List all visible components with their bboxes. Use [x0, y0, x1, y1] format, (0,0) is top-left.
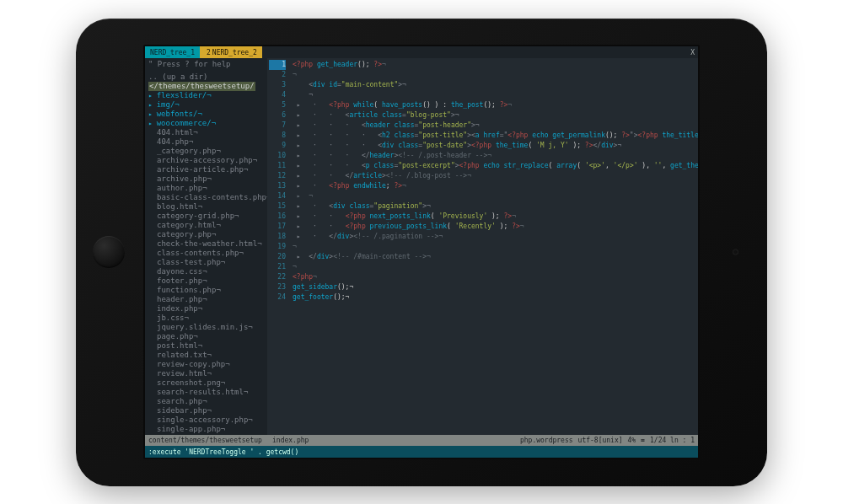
nerdtree-file[interactable]: _category.php¬: [148, 147, 265, 156]
nerdtree-file[interactable]: dayone.css¬: [148, 267, 265, 276]
code-line[interactable]: ▸ · · <?php previous_posts_link( 'Recent…: [293, 222, 695, 232]
nerdtree-root-label: </themes/thesweetsetup/: [148, 82, 255, 91]
nerdtree-file[interactable]: footer.php¬: [148, 276, 265, 286]
line-number: 6: [269, 110, 286, 121]
tab-label: NERD_tree_2: [212, 49, 257, 56]
status-nerdtree: content/themes/thesweetsetup: [145, 435, 269, 446]
line-number: 22: [269, 272, 286, 282]
command-line[interactable]: :execute 'NERDTreeToggle ' . getcwd(): [145, 446, 698, 458]
code-line[interactable]: ▸ · · <?php next_posts_link( 'Previously…: [293, 212, 695, 222]
code-line[interactable]: ¬: [293, 242, 695, 252]
code-line[interactable]: ▸ · <?php while( have_posts() ) : the_po…: [293, 100, 695, 110]
nerdtree-dir[interactable]: webfonts/¬: [148, 110, 265, 119]
status-pos: 1/24 ln : 1: [650, 437, 695, 444]
nerdtree-file[interactable]: jquery.slides.min.js¬: [148, 323, 265, 332]
line-number: 12: [269, 171, 286, 181]
nerdtree-file[interactable]: archive-accessory.php¬: [148, 156, 265, 165]
terminal-screen: NERD_tree_1 2 NERD_tree_2 X " Press ? fo…: [143, 45, 700, 459]
nerdtree-file[interactable]: check-the-weather.html¬: [148, 239, 265, 249]
status-percent: 4%: [628, 437, 636, 444]
nerdtree-file[interactable]: index.php¬: [148, 304, 265, 314]
nerdtree-file[interactable]: sidebar.php¬: [148, 406, 265, 416]
code-line[interactable]: ▸ · · · · <div class="post-date"><?php t…: [293, 141, 695, 151]
code-line[interactable]: get_footer();¬: [293, 292, 695, 303]
nerdtree-updir[interactable]: .. (up a dir): [148, 72, 265, 82]
home-button[interactable]: [93, 236, 125, 268]
nerdtree-file[interactable]: single-accessory.php¬: [148, 416, 265, 425]
camera: [733, 249, 738, 255]
status-file: index.php: [272, 437, 309, 444]
line-number: 15: [269, 201, 286, 212]
tab-nerdtree-1[interactable]: NERD_tree_1: [145, 46, 200, 58]
line-number: 20: [269, 252, 286, 262]
nerdtree-file[interactable]: search-results.html¬: [148, 388, 265, 397]
nerdtree-file[interactable]: basic-class-contents.php¬: [148, 193, 265, 202]
line-number: 3: [269, 80, 286, 90]
nerdtree-file[interactable]: jb.css¬: [148, 314, 265, 323]
code-line[interactable]: ▸ · · · <header class="post-header">¬: [293, 121, 695, 131]
code-line[interactable]: ¬: [293, 90, 695, 100]
nerdtree-dir[interactable]: img/¬: [148, 100, 265, 110]
nerdtree-file[interactable]: functions.php¬: [148, 286, 265, 295]
nerdtree-file[interactable]: review-copy.php¬: [148, 360, 265, 369]
code-line[interactable]: <?php get_header(); ?>¬: [293, 60, 695, 70]
line-number: 21: [269, 262, 286, 272]
code-line[interactable]: ▸ </div><!-- /#main-content -->¬: [293, 252, 695, 262]
status-main: index.php php.wordpress utf-8[unix] 4% ≡…: [269, 435, 698, 446]
code-line[interactable]: ▸ · · · <p class="post-excerpt"><?php ec…: [293, 161, 695, 171]
line-number: 1: [269, 60, 286, 70]
code-line[interactable]: ▸ · <div class="pagination">¬: [293, 201, 695, 212]
nerdtree-file[interactable]: archive.php¬: [148, 174, 265, 184]
code-line[interactable]: <?php¬: [293, 272, 695, 282]
nerdtree-file[interactable]: category.html¬: [148, 221, 265, 230]
split-panes: " Press ? for help .. (up a dir) </theme…: [145, 58, 698, 435]
line-number: 8: [269, 131, 286, 141]
code-line[interactable]: ▸ · · <article class="blog-post">¬: [293, 110, 695, 121]
nerdtree-file[interactable]: related.txt¬: [148, 351, 265, 360]
nerdtree-help: " Press ? for help: [148, 60, 265, 69]
code-line[interactable]: get_sidebar();¬: [293, 282, 695, 292]
code-area[interactable]: <?php get_header(); ?>¬¬ <div id="main-c…: [289, 58, 698, 435]
close-icon[interactable]: X: [690, 46, 695, 58]
tab-nerdtree-2[interactable]: 2 NERD_tree_2: [200, 46, 262, 58]
code-line[interactable]: ▸ · <?php endwhile; ?>¬: [293, 181, 695, 191]
nerdtree-file[interactable]: search.php¬: [148, 397, 265, 406]
status-left-path: content/themes/thesweetsetup: [148, 437, 262, 444]
code-line[interactable]: ▸ ¬: [293, 191, 695, 201]
status-row: content/themes/thesweetsetup index.php p…: [145, 435, 698, 446]
code-line[interactable]: ▸ · · </article><!-- /.blog-post -->¬: [293, 171, 695, 181]
command-text: :execute 'NERDTreeToggle ' . getcwd(): [148, 448, 298, 456]
code-line[interactable]: ¬: [293, 70, 695, 80]
nerdtree-file[interactable]: class-test.php¬: [148, 258, 265, 267]
nerdtree-file[interactable]: single-app.php¬: [148, 425, 265, 434]
nerdtree-file[interactable]: category-grid.php¬: [148, 212, 265, 221]
line-number: 7: [269, 121, 286, 131]
editor-pane[interactable]: 123456789101112131415161718192021222324 …: [267, 58, 698, 435]
code-line[interactable]: ▸ · </div><!-- /.pagination -->¬: [293, 232, 695, 242]
nerdtree-panel[interactable]: " Press ? for help .. (up a dir) </theme…: [145, 58, 267, 435]
nerdtree-file[interactable]: class-contents.php¬: [148, 249, 265, 258]
nerdtree-file[interactable]: page.php¬: [148, 332, 265, 341]
line-number: 11: [269, 161, 286, 171]
nerdtree-dir[interactable]: flexslider/¬: [148, 91, 265, 100]
nerdtree-file[interactable]: screenshot.png¬: [148, 378, 265, 388]
nerdtree-file[interactable]: post.html¬: [148, 341, 265, 351]
nerdtree-file[interactable]: 404.php¬: [148, 137, 265, 147]
nerdtree-root[interactable]: </themes/thesweetsetup/: [148, 82, 265, 91]
tab-num: 2: [205, 49, 212, 56]
code-line[interactable]: <div id="main-content">¬: [293, 80, 695, 90]
code-line[interactable]: ▸ · · · · <h2 class="post-title"><a href…: [293, 131, 695, 141]
code-line[interactable]: ▸ · · · </header><!-- /.post-header -->¬: [293, 151, 695, 161]
nerdtree-file[interactable]: blog.html¬: [148, 202, 265, 212]
code-line[interactable]: ¬: [293, 262, 695, 272]
status-filetype: php.wordpress: [520, 437, 573, 444]
line-number: 17: [269, 222, 286, 232]
nerdtree-dir[interactable]: woocommerce/¬: [148, 119, 265, 128]
nerdtree-file[interactable]: category.php¬: [148, 230, 265, 239]
nerdtree-file[interactable]: 404.html¬: [148, 128, 265, 137]
nerdtree-file[interactable]: header.php¬: [148, 295, 265, 304]
nerdtree-file[interactable]: review.html¬: [148, 369, 265, 378]
nerdtree-file[interactable]: author.php¬: [148, 184, 265, 193]
ipad-frame: NERD_tree_1 2 NERD_tree_2 X " Press ? fo…: [76, 19, 767, 486]
nerdtree-file[interactable]: archive-article.php¬: [148, 165, 265, 174]
